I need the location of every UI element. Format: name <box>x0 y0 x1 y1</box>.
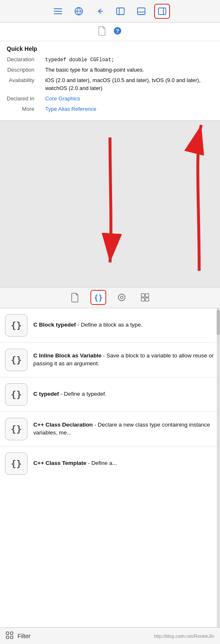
svg-rect-22 <box>10 632 13 634</box>
core-graphics-link[interactable]: Core Graphics <box>45 95 80 102</box>
snippet-circle-button[interactable] <box>114 290 130 305</box>
svg-rect-21 <box>6 632 9 634</box>
qh-row-declaration: Declaration typedef double CGFloat; <box>0 55 220 65</box>
snippet-icon-2: {} <box>5 349 28 371</box>
snippet-text-1: C Block typedef - Define a block as a ty… <box>33 321 142 329</box>
snippet-item-1[interactable]: {} C Block typedef - Define a block as a… <box>0 308 220 343</box>
svg-rect-7 <box>138 8 145 15</box>
qh-value-declared-in[interactable]: Core Graphics <box>38 94 220 104</box>
qh-label-more: More <box>0 104 38 115</box>
svg-rect-17 <box>141 294 145 297</box>
svg-rect-19 <box>141 298 145 301</box>
quick-help-title: Quick Help <box>0 41 220 55</box>
snippet-list: {} C Block typedef - Define a block as a… <box>0 308 220 627</box>
svg-rect-18 <box>145 294 149 297</box>
snippet-title-4: C++ Class Declaration <box>33 422 93 428</box>
qh-value-availability: iOS (2.0 and later), macOS (10.5 and lat… <box>38 75 220 94</box>
snippet-icon-3: {} <box>5 383 28 406</box>
braces-icon: {} <box>94 293 103 302</box>
snippet-text-2: C Inline Block as Variable - Save a bloc… <box>33 352 215 368</box>
svg-point-16 <box>120 296 123 299</box>
svg-rect-5 <box>117 8 124 15</box>
bottom-bar: Filter http://blog.csdn.net/RookieJin <box>0 627 220 644</box>
snippet-icon-1: {} <box>5 314 28 337</box>
sidebar-left-button[interactable] <box>112 4 128 19</box>
snippet-title-5: C++ Class Template <box>33 460 86 466</box>
snippet-text-3: C typedef - Define a typedef. <box>33 390 107 398</box>
snippet-icon-4: {} <box>5 418 28 440</box>
align-button[interactable] <box>50 4 66 19</box>
qh-label-declared-in: Declared In <box>0 94 38 104</box>
help-circle-icon: ? <box>113 26 122 37</box>
snippet-icon-5: {} <box>5 452 28 475</box>
snippet-desc-1: - Define a block as a type. <box>78 322 142 328</box>
svg-rect-23 <box>6 636 9 639</box>
snippet-desc-5: - Define a... <box>88 460 117 466</box>
snippet-desc-3: - Define a typedef. <box>60 391 106 397</box>
sidebar-right-button[interactable] <box>154 4 170 19</box>
qh-label-availability: Availability <box>0 75 38 94</box>
snippet-grid-button[interactable] <box>137 290 153 305</box>
snippet-title-1: C Block typedef <box>33 322 76 328</box>
qh-row-availability: Availability iOS (2.0 and later), macOS … <box>0 75 220 94</box>
filter-label: Filter <box>18 633 30 639</box>
snippet-title-3: C typedef <box>33 391 59 397</box>
quick-help-panel: ? Quick Help Declaration typedef double … <box>0 22 220 121</box>
qh-row-declared-in: Declared In Core Graphics <box>0 94 220 104</box>
qh-label-description: Description <box>0 65 38 75</box>
back-button[interactable] <box>92 4 108 19</box>
sidebar-bottom-button[interactable] <box>133 4 149 19</box>
snippet-item-3[interactable]: {} C typedef - Define a typedef. <box>0 377 220 412</box>
snippet-title-2: C Inline Block as Variable <box>33 352 102 359</box>
editor-area <box>0 121 220 287</box>
snippet-braces-button[interactable]: {} <box>90 290 106 305</box>
arrow-indicator-down <box>89 133 131 271</box>
svg-rect-20 <box>145 298 149 301</box>
snippet-item-5[interactable]: {} C++ Class Template - Define a... <box>0 447 220 481</box>
filter-grid-icon <box>6 632 13 641</box>
qh-row-more: More Type Alias Reference <box>0 104 220 115</box>
link-button[interactable] <box>71 4 87 19</box>
svg-rect-9 <box>158 8 166 15</box>
doc-icons-row: ? <box>0 22 220 41</box>
snippet-text-5: C++ Class Template - Define a... <box>33 459 117 467</box>
type-alias-reference-link[interactable]: Type Alias Reference <box>45 106 96 112</box>
qh-label-declaration: Declaration <box>0 55 38 65</box>
qh-value-more[interactable]: Type Alias Reference <box>38 104 220 115</box>
file-doc-icon <box>98 26 106 37</box>
svg-point-15 <box>118 294 125 301</box>
bottom-bar-url: http://blog.csdn.net/RookieJin <box>154 634 214 639</box>
svg-text:?: ? <box>116 28 119 34</box>
qh-value-declaration: typedef double CGFloat; <box>38 55 220 65</box>
arrow-indicator-top <box>137 121 220 287</box>
svg-rect-24 <box>10 636 13 639</box>
top-toolbar <box>0 0 220 22</box>
snippet-item-4[interactable]: {} C++ Class Declaration - Declare a new… <box>0 412 220 447</box>
snippet-file-button[interactable] <box>67 290 83 305</box>
qh-value-description: The basic type for a floating-point valu… <box>38 65 220 75</box>
quick-help-table: Declaration typedef double CGFloat; Desc… <box>0 55 220 115</box>
snippet-toolbar: {} <box>0 287 220 308</box>
snippet-text-4: C++ Class Declaration - Declare a new cl… <box>33 421 215 437</box>
qh-row-description: Description The basic type for a floatin… <box>0 65 220 75</box>
snippet-item-2[interactable]: {} C Inline Block as Variable - Save a b… <box>0 343 220 377</box>
